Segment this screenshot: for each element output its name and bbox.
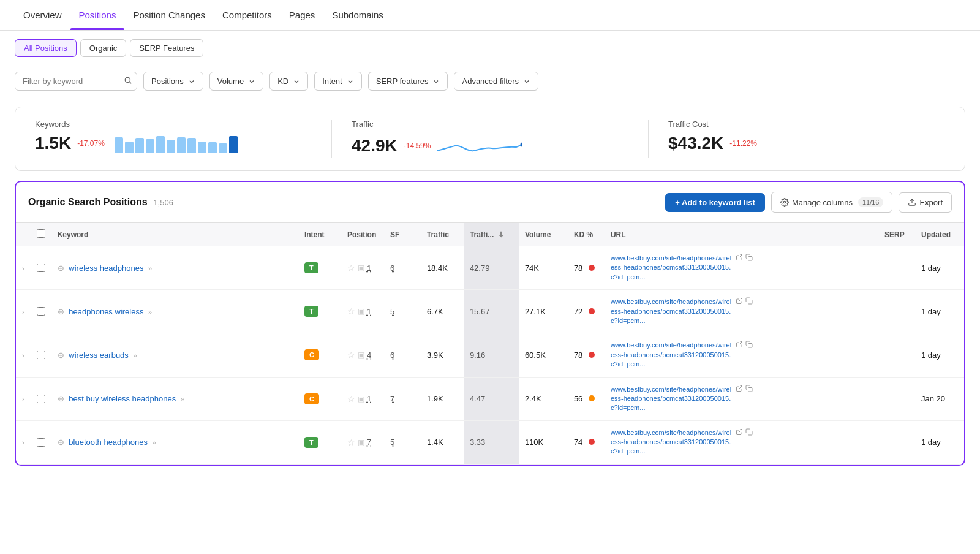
th-url[interactable]: URL <box>605 223 878 246</box>
advanced-filters[interactable]: Advanced filters <box>454 72 538 91</box>
bar-item <box>177 137 186 153</box>
serp-cell <box>878 333 915 377</box>
th-volume[interactable]: Volume <box>519 223 568 246</box>
keyword-link[interactable]: headphones wireless <box>69 307 143 316</box>
th-keyword[interactable]: Keyword <box>51 223 298 246</box>
intent-badge: T <box>304 262 318 273</box>
url-external-link-button[interactable] <box>736 254 743 263</box>
traffic-pct-value: 3.33 <box>470 438 485 447</box>
tab-serp-features[interactable]: SERP Features <box>130 39 203 57</box>
url-external-link-button[interactable] <box>736 428 743 438</box>
url-copy-button[interactable] <box>745 297 753 306</box>
th-intent[interactable]: Intent <box>298 223 341 246</box>
updated-cell: 1 day <box>915 290 964 333</box>
manage-columns-button[interactable]: Manage columns 11/16 <box>771 192 893 213</box>
url-copy-button[interactable] <box>745 341 753 350</box>
select-all-checkbox[interactable] <box>37 229 45 238</box>
th-position[interactable]: Position <box>341 223 384 246</box>
tab-organic[interactable]: Organic <box>80 39 127 57</box>
tab-all-positions[interactable]: All Positions <box>15 39 77 57</box>
kd-cell: 74 <box>568 420 605 464</box>
bar-item <box>167 140 175 153</box>
th-traffic-pct[interactable]: Traffi... ⬇ <box>464 223 519 246</box>
keyword-arrows: » <box>133 352 137 359</box>
search-button[interactable] <box>124 76 132 86</box>
keyword-cell: ⊕ best buy wireless headphones » <box>51 377 298 420</box>
row-checkbox[interactable] <box>37 307 45 316</box>
expand-button[interactable]: › <box>22 352 24 359</box>
export-button[interactable]: Export <box>899 192 952 213</box>
traffic-pct-value: 15.67 <box>470 307 490 316</box>
svg-rect-8 <box>748 300 752 305</box>
serp-features-filter[interactable]: SERP features <box>368 72 448 91</box>
nav-positions[interactable]: Positions <box>70 0 125 30</box>
kd-dot <box>589 308 595 314</box>
kd-cell: 72 <box>568 290 605 333</box>
row-checkbox[interactable] <box>37 438 45 447</box>
expand-button[interactable]: › <box>22 395 24 403</box>
row-checkbox[interactable] <box>37 264 45 272</box>
th-traffic[interactable]: Traffic <box>421 223 464 246</box>
updated-value: 1 day <box>921 264 941 273</box>
keyword-link[interactable]: wireless earbuds <box>69 351 129 360</box>
keyword-cell: ⊕ headphones wireless » <box>51 290 298 333</box>
nav-subdomains[interactable]: Subdomains <box>323 0 391 30</box>
url-copy-button[interactable] <box>745 385 753 394</box>
add-to-keyword-list-button[interactable]: + Add to keyword list <box>665 193 765 212</box>
keywords-chart <box>115 134 238 153</box>
th-serp[interactable]: SERP <box>878 223 915 246</box>
traffic-value: 6.7K <box>427 307 443 316</box>
updated-cell: 1 day <box>915 333 964 377</box>
url-copy-button[interactable] <box>745 254 753 263</box>
checkbox-cell <box>31 246 51 290</box>
updated-value: Jan 20 <box>921 394 945 403</box>
row-checkbox[interactable] <box>37 351 45 359</box>
star-icon: ☆ <box>347 394 355 404</box>
traffic-pct-cell: 3.33 <box>464 420 519 464</box>
plus-circle-icon: ⊕ <box>58 394 64 403</box>
export-icon <box>908 198 916 207</box>
plus-circle-icon: ⊕ <box>58 351 64 360</box>
traffic-pct-cell: 15.67 <box>464 290 519 333</box>
nav-overview[interactable]: Overview <box>15 0 70 30</box>
kd-dot <box>589 352 595 358</box>
nav-position-changes[interactable]: Position Changes <box>124 0 214 30</box>
keyword-filter-input[interactable] <box>15 72 137 91</box>
keyword-link[interactable]: wireless headphones <box>69 264 143 273</box>
intent-filter[interactable]: Intent <box>314 72 362 91</box>
expand-button[interactable]: › <box>22 308 24 316</box>
kd-filter[interactable]: KD <box>270 72 308 91</box>
bar-item <box>135 138 144 153</box>
url-cell-inner: www.bestbuy.com/site/headphones/wireless… <box>611 254 872 282</box>
main-container: Overview Positions Position Changes Comp… <box>0 0 980 554</box>
url-external-link-button[interactable] <box>736 385 743 394</box>
url-copy-button[interactable] <box>745 428 753 438</box>
image-icon: ▣ <box>358 307 364 316</box>
traffic-pct-value: 4.47 <box>470 394 485 403</box>
kd-value: 56 <box>574 394 582 403</box>
plus-circle-icon: ⊕ <box>58 438 64 447</box>
url-actions <box>736 341 753 350</box>
th-updated[interactable]: Updated <box>915 223 964 246</box>
volume-filter[interactable]: Volume <box>209 72 263 91</box>
keyword-filter-wrap <box>15 72 137 91</box>
nav-competitors[interactable]: Competitors <box>214 0 281 30</box>
positions-filter[interactable]: Positions <box>143 72 203 91</box>
svg-rect-6 <box>748 257 752 261</box>
url-text: www.bestbuy.com/site/headphones/wireless… <box>611 297 733 325</box>
row-checkbox[interactable] <box>37 395 45 403</box>
th-kd[interactable]: KD % <box>568 223 605 246</box>
th-sf[interactable]: SF <box>384 223 421 246</box>
serp-cell <box>878 290 915 333</box>
position-value: 4 <box>367 351 371 360</box>
url-external-link-button[interactable] <box>736 297 743 306</box>
keyword-link[interactable]: bluetooth headphones <box>69 438 148 447</box>
expand-button[interactable]: › <box>22 265 24 272</box>
nav-pages[interactable]: Pages <box>281 0 324 30</box>
copy-icon <box>745 341 753 348</box>
url-external-link-button[interactable] <box>736 341 743 350</box>
sf-value: 5 <box>390 307 394 316</box>
updated-cell: 1 day <box>915 420 964 464</box>
expand-button[interactable]: › <box>22 439 24 446</box>
keyword-link[interactable]: best buy wireless headphones <box>69 394 176 403</box>
